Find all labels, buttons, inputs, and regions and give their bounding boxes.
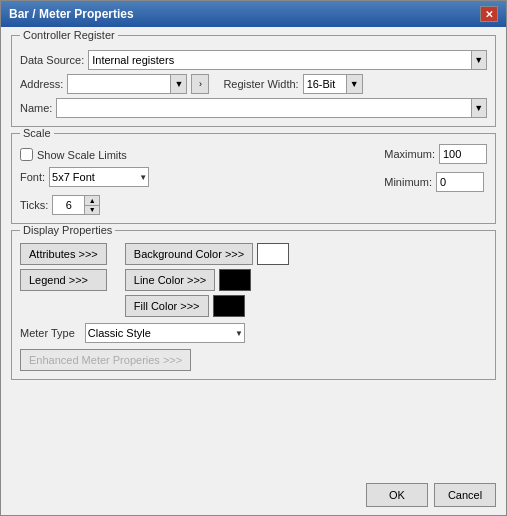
background-color-btn[interactable]: Background Color >>> [125, 243, 253, 265]
enhanced-meter-btn[interactable]: Enhanced Meter Properies >>> [20, 349, 191, 371]
font-label: Font: [20, 171, 45, 183]
minimum-label: Minimum: [384, 176, 432, 188]
ticks-label: Ticks: [20, 199, 48, 211]
footer: OK Cancel [1, 477, 506, 515]
font-select[interactable]: 5x7 Font [49, 167, 149, 187]
name-dropdown-btn[interactable]: ▼ [472, 98, 487, 118]
display-properties-group: Display Properties Attributes >>> Legend… [11, 230, 496, 380]
address-dropdown-btn[interactable]: ▼ [171, 74, 187, 94]
maximum-input[interactable] [439, 144, 487, 164]
legend-btn[interactable]: Legend >>> [20, 269, 107, 291]
ok-button[interactable]: OK [366, 483, 428, 507]
ticks-up-btn[interactable]: ▲ [85, 196, 99, 206]
attributes-btn[interactable]: Attributes >>> [20, 243, 107, 265]
ticks-down-btn[interactable]: ▼ [85, 206, 99, 215]
register-width-dropdown-btn[interactable]: ▼ [347, 74, 363, 94]
data-source-dropdown-btn[interactable]: ▼ [472, 50, 487, 70]
address-input[interactable] [67, 74, 171, 94]
close-button[interactable]: ✕ [480, 6, 498, 22]
show-scale-limits-label: Show Scale Limits [37, 149, 127, 161]
content-area: Controller Register Data Source: ▼ Addre… [1, 27, 506, 477]
fill-color-swatch [213, 295, 245, 317]
name-input[interactable] [56, 98, 471, 118]
data-source-input[interactable] [88, 50, 471, 70]
register-width-label: Register Width: [223, 78, 298, 90]
ticks-spinner[interactable]: ▲ ▼ [84, 195, 100, 215]
meter-type-select[interactable]: Classic Style [85, 323, 245, 343]
data-source-label: Data Source: [20, 54, 84, 66]
maximum-label: Maximum: [384, 148, 435, 160]
background-color-swatch [257, 243, 289, 265]
cancel-button[interactable]: Cancel [434, 483, 496, 507]
title-bar: Bar / Meter Properties ✕ [1, 1, 506, 27]
name-label: Name: [20, 102, 52, 114]
address-label: Address: [20, 78, 63, 90]
title-bar-controls: ✕ [480, 6, 498, 22]
register-width-input[interactable] [303, 74, 347, 94]
line-color-swatch [219, 269, 251, 291]
line-color-btn[interactable]: Line Color >>> [125, 269, 215, 291]
ticks-input[interactable] [52, 195, 84, 215]
minimum-input[interactable] [436, 172, 484, 192]
window-title: Bar / Meter Properties [9, 7, 134, 21]
display-properties-label: Display Properties [20, 224, 115, 236]
meter-type-label: Meter Type [20, 327, 75, 339]
controller-register-group: Controller Register Data Source: ▼ Addre… [11, 35, 496, 127]
address-arrow-btn[interactable]: › [191, 74, 209, 94]
scale-group: Scale Show Scale Limits Font: 5x7 Font ▼ [11, 133, 496, 224]
show-scale-limits-checkbox[interactable] [20, 148, 33, 161]
main-window: Bar / Meter Properties ✕ Controller Regi… [0, 0, 507, 516]
fill-color-btn[interactable]: Fill Color >>> [125, 295, 209, 317]
controller-register-label: Controller Register [20, 29, 118, 41]
scale-label: Scale [20, 127, 54, 139]
